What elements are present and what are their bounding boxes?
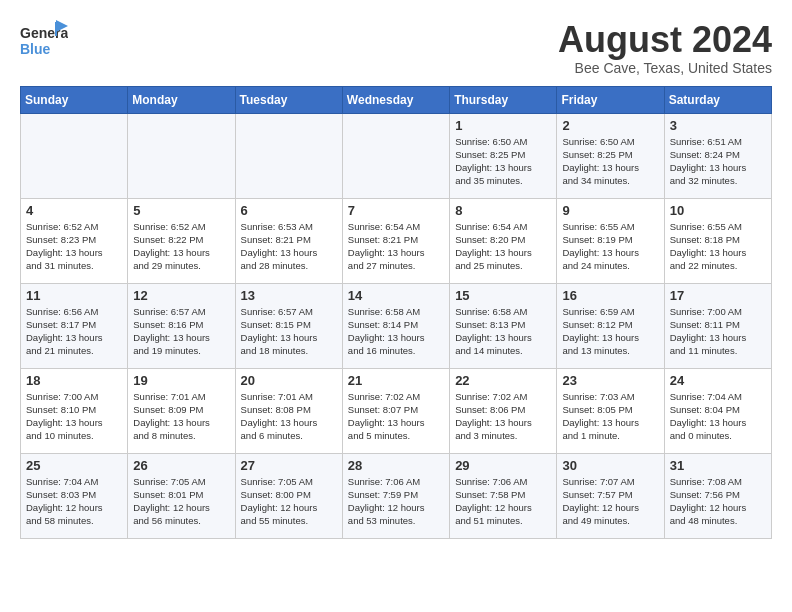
day-info: Sunrise: 7:06 AM Sunset: 7:59 PM Dayligh… [348, 475, 444, 528]
day-info: Sunrise: 6:57 AM Sunset: 8:16 PM Dayligh… [133, 305, 229, 358]
calendar-cell: 19Sunrise: 7:01 AM Sunset: 8:09 PM Dayli… [128, 368, 235, 453]
day-info: Sunrise: 7:07 AM Sunset: 7:57 PM Dayligh… [562, 475, 658, 528]
day-info: Sunrise: 6:55 AM Sunset: 8:18 PM Dayligh… [670, 220, 766, 273]
calendar-cell: 6Sunrise: 6:53 AM Sunset: 8:21 PM Daylig… [235, 198, 342, 283]
day-number: 17 [670, 288, 766, 303]
day-number: 23 [562, 373, 658, 388]
day-number: 30 [562, 458, 658, 473]
day-info: Sunrise: 7:03 AM Sunset: 8:05 PM Dayligh… [562, 390, 658, 443]
calendar-week-row: 18Sunrise: 7:00 AM Sunset: 8:10 PM Dayli… [21, 368, 772, 453]
page-header: General Blue August 2024 Bee Cave, Texas… [20, 20, 772, 76]
svg-text:Blue: Blue [20, 41, 51, 57]
calendar-cell: 18Sunrise: 7:00 AM Sunset: 8:10 PM Dayli… [21, 368, 128, 453]
day-number: 24 [670, 373, 766, 388]
day-number: 7 [348, 203, 444, 218]
calendar-cell: 26Sunrise: 7:05 AM Sunset: 8:01 PM Dayli… [128, 453, 235, 538]
day-info: Sunrise: 7:01 AM Sunset: 8:09 PM Dayligh… [133, 390, 229, 443]
location: Bee Cave, Texas, United States [558, 60, 772, 76]
calendar-cell: 3Sunrise: 6:51 AM Sunset: 8:24 PM Daylig… [664, 113, 771, 198]
day-number: 27 [241, 458, 337, 473]
day-info: Sunrise: 6:57 AM Sunset: 8:15 PM Dayligh… [241, 305, 337, 358]
day-number: 26 [133, 458, 229, 473]
calendar-cell [21, 113, 128, 198]
calendar-cell: 10Sunrise: 6:55 AM Sunset: 8:18 PM Dayli… [664, 198, 771, 283]
day-info: Sunrise: 6:53 AM Sunset: 8:21 PM Dayligh… [241, 220, 337, 273]
day-info: Sunrise: 6:54 AM Sunset: 8:21 PM Dayligh… [348, 220, 444, 273]
day-info: Sunrise: 7:00 AM Sunset: 8:10 PM Dayligh… [26, 390, 122, 443]
day-number: 2 [562, 118, 658, 133]
calendar-table: SundayMondayTuesdayWednesdayThursdayFrid… [20, 86, 772, 539]
calendar-cell: 7Sunrise: 6:54 AM Sunset: 8:21 PM Daylig… [342, 198, 449, 283]
calendar-cell: 20Sunrise: 7:01 AM Sunset: 8:08 PM Dayli… [235, 368, 342, 453]
day-info: Sunrise: 7:00 AM Sunset: 8:11 PM Dayligh… [670, 305, 766, 358]
day-info: Sunrise: 7:08 AM Sunset: 7:56 PM Dayligh… [670, 475, 766, 528]
day-info: Sunrise: 6:56 AM Sunset: 8:17 PM Dayligh… [26, 305, 122, 358]
calendar-week-row: 1Sunrise: 6:50 AM Sunset: 8:25 PM Daylig… [21, 113, 772, 198]
day-info: Sunrise: 6:58 AM Sunset: 8:13 PM Dayligh… [455, 305, 551, 358]
day-number: 25 [26, 458, 122, 473]
calendar-cell: 13Sunrise: 6:57 AM Sunset: 8:15 PM Dayli… [235, 283, 342, 368]
logo: General Blue [20, 20, 68, 60]
calendar-cell: 2Sunrise: 6:50 AM Sunset: 8:25 PM Daylig… [557, 113, 664, 198]
day-number: 19 [133, 373, 229, 388]
calendar-cell: 23Sunrise: 7:03 AM Sunset: 8:05 PM Dayli… [557, 368, 664, 453]
calendar-cell: 28Sunrise: 7:06 AM Sunset: 7:59 PM Dayli… [342, 453, 449, 538]
calendar-cell [342, 113, 449, 198]
calendar-cell: 5Sunrise: 6:52 AM Sunset: 8:22 PM Daylig… [128, 198, 235, 283]
weekday-header-saturday: Saturday [664, 86, 771, 113]
day-number: 18 [26, 373, 122, 388]
day-number: 6 [241, 203, 337, 218]
calendar-cell: 14Sunrise: 6:58 AM Sunset: 8:14 PM Dayli… [342, 283, 449, 368]
calendar-cell: 25Sunrise: 7:04 AM Sunset: 8:03 PM Dayli… [21, 453, 128, 538]
weekday-header-sunday: Sunday [21, 86, 128, 113]
day-info: Sunrise: 6:59 AM Sunset: 8:12 PM Dayligh… [562, 305, 658, 358]
day-number: 10 [670, 203, 766, 218]
weekday-header-thursday: Thursday [450, 86, 557, 113]
day-info: Sunrise: 6:55 AM Sunset: 8:19 PM Dayligh… [562, 220, 658, 273]
day-number: 29 [455, 458, 551, 473]
calendar-cell: 29Sunrise: 7:06 AM Sunset: 7:58 PM Dayli… [450, 453, 557, 538]
day-info: Sunrise: 7:04 AM Sunset: 8:04 PM Dayligh… [670, 390, 766, 443]
calendar-cell: 15Sunrise: 6:58 AM Sunset: 8:13 PM Dayli… [450, 283, 557, 368]
day-number: 28 [348, 458, 444, 473]
day-info: Sunrise: 7:04 AM Sunset: 8:03 PM Dayligh… [26, 475, 122, 528]
day-info: Sunrise: 7:06 AM Sunset: 7:58 PM Dayligh… [455, 475, 551, 528]
calendar-cell: 12Sunrise: 6:57 AM Sunset: 8:16 PM Dayli… [128, 283, 235, 368]
title-section: August 2024 Bee Cave, Texas, United Stat… [558, 20, 772, 76]
calendar-week-row: 4Sunrise: 6:52 AM Sunset: 8:23 PM Daylig… [21, 198, 772, 283]
calendar-cell: 22Sunrise: 7:02 AM Sunset: 8:06 PM Dayli… [450, 368, 557, 453]
day-number: 9 [562, 203, 658, 218]
day-info: Sunrise: 6:51 AM Sunset: 8:24 PM Dayligh… [670, 135, 766, 188]
day-info: Sunrise: 6:54 AM Sunset: 8:20 PM Dayligh… [455, 220, 551, 273]
calendar-cell: 8Sunrise: 6:54 AM Sunset: 8:20 PM Daylig… [450, 198, 557, 283]
calendar-cell: 16Sunrise: 6:59 AM Sunset: 8:12 PM Dayli… [557, 283, 664, 368]
calendar-cell: 27Sunrise: 7:05 AM Sunset: 8:00 PM Dayli… [235, 453, 342, 538]
day-number: 15 [455, 288, 551, 303]
calendar-cell: 9Sunrise: 6:55 AM Sunset: 8:19 PM Daylig… [557, 198, 664, 283]
day-info: Sunrise: 6:58 AM Sunset: 8:14 PM Dayligh… [348, 305, 444, 358]
calendar-cell: 17Sunrise: 7:00 AM Sunset: 8:11 PM Dayli… [664, 283, 771, 368]
day-number: 4 [26, 203, 122, 218]
day-number: 22 [455, 373, 551, 388]
calendar-cell: 4Sunrise: 6:52 AM Sunset: 8:23 PM Daylig… [21, 198, 128, 283]
weekday-header-wednesday: Wednesday [342, 86, 449, 113]
day-info: Sunrise: 7:01 AM Sunset: 8:08 PM Dayligh… [241, 390, 337, 443]
weekday-header-friday: Friday [557, 86, 664, 113]
weekday-header-tuesday: Tuesday [235, 86, 342, 113]
day-info: Sunrise: 7:05 AM Sunset: 8:01 PM Dayligh… [133, 475, 229, 528]
day-info: Sunrise: 6:50 AM Sunset: 8:25 PM Dayligh… [455, 135, 551, 188]
day-number: 31 [670, 458, 766, 473]
day-info: Sunrise: 7:02 AM Sunset: 8:06 PM Dayligh… [455, 390, 551, 443]
month-title: August 2024 [558, 20, 772, 60]
day-number: 5 [133, 203, 229, 218]
calendar-week-row: 25Sunrise: 7:04 AM Sunset: 8:03 PM Dayli… [21, 453, 772, 538]
day-number: 21 [348, 373, 444, 388]
day-info: Sunrise: 6:50 AM Sunset: 8:25 PM Dayligh… [562, 135, 658, 188]
day-number: 8 [455, 203, 551, 218]
day-number: 1 [455, 118, 551, 133]
calendar-cell: 30Sunrise: 7:07 AM Sunset: 7:57 PM Dayli… [557, 453, 664, 538]
calendar-cell [235, 113, 342, 198]
day-info: Sunrise: 6:52 AM Sunset: 8:22 PM Dayligh… [133, 220, 229, 273]
day-info: Sunrise: 7:02 AM Sunset: 8:07 PM Dayligh… [348, 390, 444, 443]
calendar-cell [128, 113, 235, 198]
